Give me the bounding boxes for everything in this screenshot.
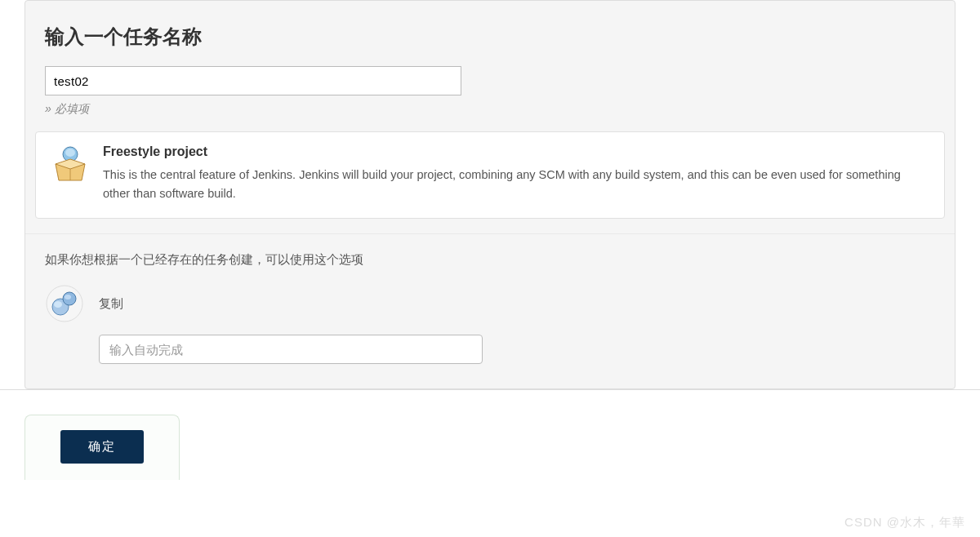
footer-section: 确定 — [0, 389, 980, 504]
svg-point-4 — [54, 301, 62, 308]
required-hint: 必填项 — [45, 102, 935, 117]
item-name-input[interactable] — [45, 66, 461, 95]
svg-point-6 — [65, 295, 71, 300]
freestyle-project-option[interactable]: Freestyle project This is the central fe… — [35, 131, 945, 219]
project-type-description: This is the central feature of Jenkins. … — [103, 166, 929, 203]
svg-point-1 — [65, 149, 75, 157]
copy-label: 复制 — [99, 296, 123, 312]
submit-wrap: 确定 — [24, 415, 180, 480]
copy-from-section: 如果你想根据一个已经存在的任务创建，可以使用这个选项 复制 — [25, 233, 955, 388]
freestyle-project-icon — [51, 144, 90, 184]
name-section: 输入一个任务名称 必填项 — [25, 1, 955, 131]
project-type-body: Freestyle project This is the central fe… — [103, 144, 929, 203]
project-type-title: Freestyle project — [103, 144, 929, 159]
new-item-panel: 输入一个任务名称 必填项 Freestyle project This is t… — [24, 0, 956, 389]
copy-prompt: 如果你想根据一个已经存在的任务创建，可以使用这个选项 — [45, 252, 935, 268]
ok-button[interactable]: 确定 — [60, 430, 144, 464]
watermark: CSDN @水木，年華 — [844, 515, 965, 530]
copy-icon — [45, 284, 84, 323]
page-title: 输入一个任务名称 — [45, 24, 935, 50]
copy-row: 复制 — [45, 284, 935, 323]
copy-from-input[interactable] — [99, 335, 483, 364]
